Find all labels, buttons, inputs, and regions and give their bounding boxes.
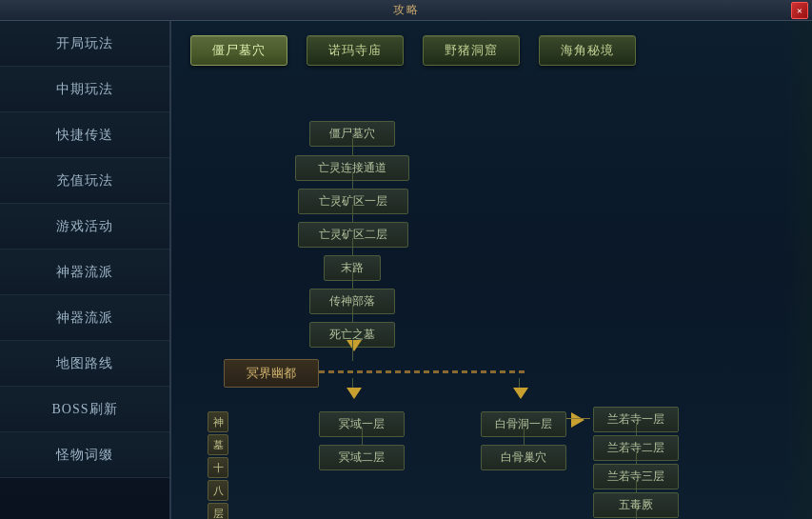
sidebar-item-8[interactable]: 地图路线	[0, 341, 169, 387]
top-bar: 攻略 ×	[0, 0, 812, 21]
sidebar-item-1[interactable]: 开局玩法	[0, 21, 169, 67]
vline-5	[352, 271, 353, 289]
vline-2	[352, 171, 353, 189]
tab-norma-temple[interactable]: 诺玛寺庙	[307, 35, 404, 66]
arrow-to-nether	[347, 340, 362, 351]
vert-char-4: 八	[208, 480, 228, 501]
vline-4	[352, 238, 353, 255]
vline-3	[352, 205, 353, 222]
node-soul-mine-2[interactable]: 亡灵矿区二层	[298, 222, 408, 248]
close-button[interactable]: ×	[791, 2, 808, 19]
sidebar-item-2[interactable]: 中期玩法	[0, 67, 169, 112]
sidebar-item-6[interactable]: 神器流派	[0, 250, 169, 295]
tab-bar: 僵尸墓穴 诺玛寺庙 野猪洞窟 海角秘境	[190, 35, 636, 66]
sidebar-item-5[interactable]: 游戏活动	[0, 204, 169, 250]
vline-6	[352, 305, 353, 322]
node-soul-mine-1[interactable]: 亡灵矿区一层	[298, 189, 408, 214]
node-nether-city[interactable]: 冥界幽都	[224, 359, 319, 388]
vert-char-3: 十	[208, 457, 228, 478]
main-content: 僵尸墓穴 诺玛寺庙 野猪洞窟 海角秘境 僵尸墓穴 亡灵连接通道 亡灵矿区一层 亡…	[171, 21, 812, 519]
sidebar-item-9[interactable]: BOSS刷新	[0, 387, 169, 432]
sidebar-item-4[interactable]: 充值玩法	[0, 158, 169, 204]
vline-11	[524, 428, 525, 445]
tab-zombie-tomb[interactable]: 僵尸墓穴	[190, 35, 287, 66]
tab-wild-boar-cave[interactable]: 野猪洞窟	[423, 35, 520, 66]
vert-char-5: 层	[208, 503, 228, 519]
vert-char-1: 神	[208, 411, 228, 432]
window-title: 攻略	[393, 2, 420, 18]
arrow-to-nether-realm	[347, 388, 362, 399]
hline-1	[566, 418, 590, 419]
sidebar-item-7[interactable]: 神器流派	[0, 295, 169, 341]
vline-temple-3	[636, 480, 637, 492]
sidebar-item-3[interactable]: 快捷传送	[0, 112, 169, 158]
sidebar: 开局玩法 中期玩法 快捷传送 充值玩法 游戏活动 神器流派 神器流派 地图路线 …	[0, 21, 171, 519]
vline-temple-4	[636, 509, 637, 519]
vline-1	[352, 138, 353, 155]
node-nether-realm-2[interactable]: 冥域二层	[319, 445, 405, 470]
vert-chars: 神 墓 十 八 层	[208, 411, 228, 519]
vline-7	[352, 340, 353, 361]
tab-sea-secret[interactable]: 海角秘境	[539, 35, 636, 66]
dungeon-map: 僵尸墓穴 亡灵连接通道 亡灵矿区一层 亡灵矿区二层 末路 传神部落 死亡之墓 冥…	[171, 73, 812, 519]
vline-temple-2	[636, 451, 637, 464]
sidebar-item-10[interactable]: 怪物词缀	[0, 432, 169, 478]
chain-line	[319, 370, 528, 373]
arrow-to-temple	[571, 412, 584, 428]
arrow-to-bone-cave	[513, 388, 528, 399]
vline-9	[362, 428, 363, 445]
vline-temple-1	[636, 423, 637, 435]
node-bone-nest[interactable]: 白骨巢穴	[481, 445, 566, 470]
vert-char-2: 墓	[208, 434, 228, 455]
